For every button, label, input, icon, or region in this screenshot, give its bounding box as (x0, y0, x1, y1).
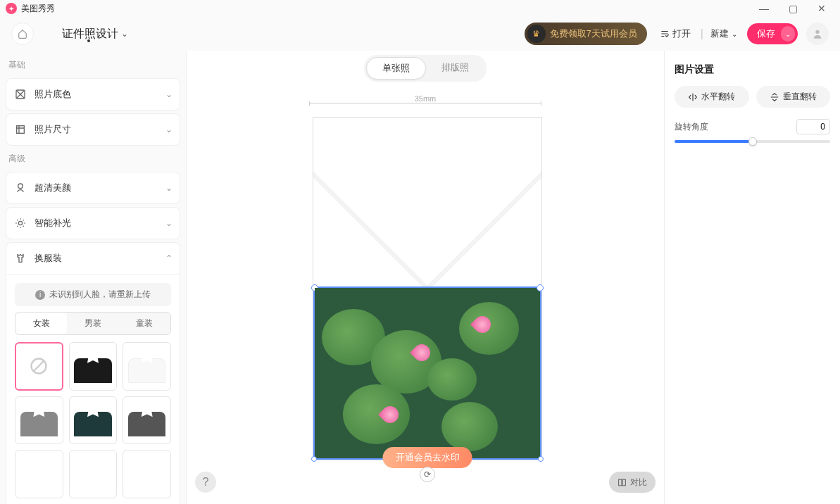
app-logo-icon: ✦ (6, 3, 17, 14)
tab-layout[interactable]: 排版照 (426, 57, 484, 80)
slider-fill (675, 140, 753, 143)
svg-point-0 (815, 30, 819, 34)
clothes-item[interactable] (15, 450, 63, 498)
vip-badge-icon: ♛ (527, 25, 546, 43)
resize-handle-icon[interactable] (538, 456, 544, 462)
compare-icon (618, 478, 627, 487)
chevron-down-icon: ⌄ (165, 89, 173, 99)
beauty-icon (13, 181, 27, 195)
section-label-advanced: 高级 (0, 149, 186, 169)
light-icon (13, 216, 27, 230)
svg-rect-7 (622, 479, 625, 486)
save-button[interactable]: 保存 ⌄ (747, 23, 798, 44)
page-title-dropdown[interactable]: 证件照设计 ⌄ (62, 27, 128, 42)
selected-image[interactable]: 开通会员去水印 ⟳ (313, 286, 541, 460)
left-panel: 基础 照片底色 ⌄ 照片尺寸 ⌄ 高级 超清美颜 ⌄ 智能补光 ⌄ 换服装 ⌃ (0, 51, 187, 504)
canvas-area: 单张照 排版照 35mm 53mm 626px 开通会员去水印 (187, 51, 664, 504)
open-button[interactable]: 打开 (660, 27, 691, 40)
no-face-notice: i 未识别到人脸，请重新上传 (15, 283, 171, 306)
chevron-down-icon: ⌄ (165, 125, 173, 134)
chevron-down-icon: ⌄ (732, 30, 737, 38)
svg-rect-6 (619, 479, 622, 486)
resize-handle-icon[interactable] (311, 456, 317, 462)
divider: | (701, 27, 703, 40)
titlebar: ✦ 美图秀秀 — ▢ ✕ (0, 0, 840, 17)
chevron-down-icon: ⌄ (165, 218, 173, 228)
flip-v-icon (770, 92, 779, 102)
chevron-down-icon: ⌄ (121, 29, 128, 39)
accordion-change-clothes[interactable]: 换服装 ⌃ (6, 242, 180, 275)
app-name: 美图秀秀 (21, 3, 55, 15)
accordion-photo-bg[interactable]: 照片底色 ⌄ (6, 78, 180, 111)
open-icon (660, 29, 670, 39)
accordion-photo-size[interactable]: 照片尺寸 ⌄ (6, 113, 180, 146)
home-button[interactable] (11, 23, 34, 45)
page-title: 证件照设计 (62, 27, 118, 42)
photo-frame[interactable]: 开通会员去水印 ⟳ (313, 117, 542, 460)
section-label-basic: 基础 (0, 55, 186, 75)
clothes-grid (6, 342, 180, 504)
clothes-item[interactable] (123, 450, 171, 498)
remove-watermark-button[interactable]: 开通会员去水印 (383, 447, 472, 468)
minimize-icon[interactable]: — (759, 3, 769, 14)
new-button[interactable]: 新建 ⌄ (710, 27, 737, 40)
user-icon (812, 28, 823, 39)
vip-promo-text: 免费领取7天试用会员 (550, 27, 637, 40)
clothes-gender-segment: 女装 男装 童装 (15, 312, 171, 335)
flip-vertical-button[interactable]: 垂直翻转 (756, 86, 831, 108)
indicator-dot-icon (87, 39, 90, 42)
clothes-item[interactable] (69, 450, 118, 498)
clothes-icon (13, 251, 27, 265)
svg-point-3 (18, 184, 23, 189)
svg-point-4 (18, 221, 22, 225)
tab-single[interactable]: 单张照 (366, 57, 426, 80)
compare-button[interactable]: 对比 (609, 472, 656, 493)
flip-h-icon (688, 92, 698, 102)
rotate-label: 旋转角度 (675, 121, 708, 133)
clothes-item[interactable] (123, 342, 171, 391)
vip-promo-button[interactable]: ♛ 免费领取7天试用会员 (525, 23, 647, 45)
home-icon (18, 29, 27, 39)
clothes-item[interactable] (69, 342, 118, 391)
toolbar: 证件照设计 ⌄ ♛ 免费领取7天试用会员 打开 | 新建 ⌄ 保存 ⌄ (0, 17, 840, 51)
chevron-down-icon: ⌄ (165, 183, 173, 193)
slider-thumb-icon[interactable] (748, 137, 757, 146)
clothes-item[interactable] (123, 396, 171, 445)
clothes-item[interactable] (69, 396, 118, 445)
flip-horizontal-button[interactable]: 水平翻转 (675, 86, 749, 108)
rotate-slider[interactable] (675, 140, 830, 143)
rotate-input[interactable] (796, 119, 830, 134)
rotate-handle-icon[interactable]: ⟳ (420, 467, 435, 482)
size-icon (13, 122, 27, 137)
close-icon[interactable]: ✕ (817, 3, 826, 14)
accordion-smart-light[interactable]: 智能补光 ⌄ (6, 207, 180, 239)
avatar-button[interactable] (806, 23, 829, 45)
svg-rect-2 (17, 126, 25, 134)
seg-women[interactable]: 女装 (15, 313, 67, 334)
seg-men[interactable]: 男装 (67, 313, 118, 334)
chevron-down-icon[interactable]: ⌄ (781, 26, 795, 42)
panel-heading: 图片设置 (675, 63, 830, 76)
chevron-up-icon: ⌃ (165, 253, 173, 263)
seg-kids[interactable]: 童装 (119, 313, 170, 334)
info-icon: i (35, 290, 45, 300)
clothes-item-none[interactable] (15, 342, 63, 391)
accordion-hd-beauty[interactable]: 超清美颜 ⌄ (6, 172, 180, 204)
lotus-image (315, 288, 540, 458)
clothes-item[interactable] (15, 396, 63, 445)
right-panel: 图片设置 水平翻转 垂直翻转 旋转角度 (664, 51, 840, 504)
maximize-icon[interactable]: ▢ (789, 3, 798, 14)
help-button[interactable]: ? (195, 472, 216, 493)
bg-color-icon (13, 87, 27, 101)
